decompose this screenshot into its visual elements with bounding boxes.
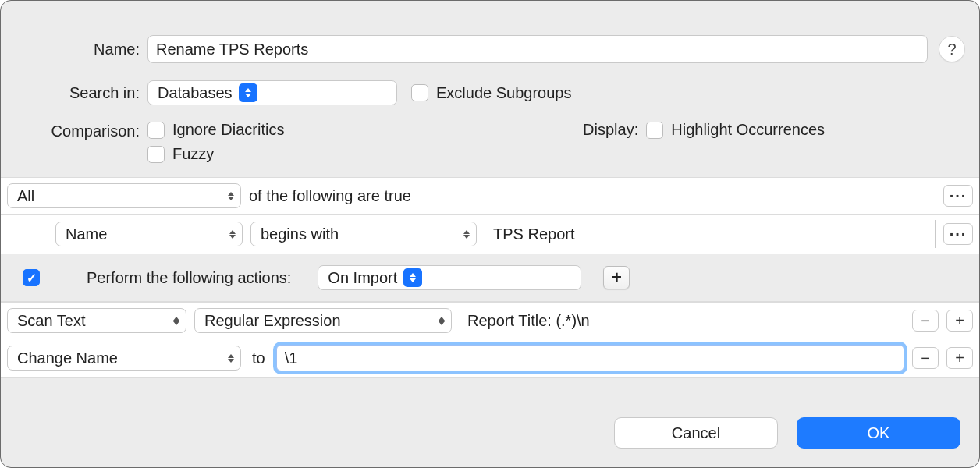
name-input[interactable]: [147, 35, 928, 63]
dialog-footer: Cancel OK: [614, 417, 960, 448]
condition-row: Name begins with ···: [1, 214, 979, 254]
exclude-subgroups-checkbox[interactable]: [411, 84, 428, 101]
chevron-updown-icon: [173, 317, 179, 325]
exclude-subgroups-label: Exclude Subgroups: [436, 84, 571, 102]
condition-operator-value: begins with: [261, 225, 339, 243]
fuzzy-checkbox[interactable]: [147, 146, 165, 163]
fuzzy-label: Fuzzy: [172, 145, 214, 163]
chevron-updown-icon: [228, 192, 234, 200]
display-label: Display:: [583, 121, 646, 139]
remove-action-button[interactable]: −: [912, 310, 939, 332]
name-label: Name:: [15, 41, 147, 58]
ignore-diacritics-checkbox[interactable]: [147, 122, 165, 139]
quantifier-suffix: of the following are true: [249, 187, 411, 205]
quantifier-more-button[interactable]: ···: [943, 185, 973, 207]
scan-mode-select[interactable]: Regular Expression: [194, 308, 452, 333]
chevron-updown-icon: [239, 83, 257, 102]
actions-trigger-value: On Import: [328, 269, 397, 287]
add-trigger-button[interactable]: +: [603, 266, 630, 289]
highlight-occurrences-label: Highlight Occurrences: [671, 121, 825, 139]
highlight-occurrences-checkbox[interactable]: [646, 122, 663, 139]
action-row-scan: Scan Text Regular Expression − +: [1, 302, 979, 339]
condition-field-value: Name: [66, 225, 107, 243]
actions-header-label: Perform the following actions:: [87, 269, 291, 287]
chevron-updown-icon: [229, 230, 236, 239]
chevron-updown-icon: [439, 317, 445, 325]
ignore-diacritics-label: Ignore Diacritics: [172, 121, 284, 139]
smart-rule-dialog: Name: ? Search in: Databases Exclude Sub…: [0, 0, 980, 468]
condition-operator-select[interactable]: begins with: [250, 222, 477, 246]
ok-button[interactable]: OK: [797, 417, 960, 448]
comparison-label: Comparison:: [15, 121, 147, 140]
to-label: to: [252, 349, 265, 367]
search-in-select[interactable]: Databases: [147, 80, 397, 105]
actions-header-row: Perform the following actions: On Import…: [1, 254, 979, 302]
quantifier-select[interactable]: All: [7, 183, 241, 208]
actions-trigger-select[interactable]: On Import: [318, 265, 581, 290]
quantifier-value: All: [17, 187, 34, 205]
add-action-button[interactable]: +: [946, 347, 973, 369]
action-row-change-name: Change Name to − +: [1, 339, 979, 378]
scan-mode-value: Regular Expression: [204, 312, 341, 330]
change-name-value-input[interactable]: [276, 345, 904, 371]
action-type-select[interactable]: Change Name: [7, 346, 241, 370]
chevron-updown-icon: [403, 268, 422, 287]
remove-action-button[interactable]: −: [912, 347, 939, 369]
condition-more-button[interactable]: ···: [943, 223, 973, 245]
cancel-button[interactable]: Cancel: [614, 417, 778, 448]
chevron-updown-icon: [228, 354, 234, 363]
search-in-label: Search in:: [15, 84, 147, 102]
add-action-button[interactable]: +: [946, 310, 973, 332]
condition-field-select[interactable]: Name: [55, 222, 243, 246]
help-button[interactable]: ?: [939, 36, 965, 62]
conditions-section: All of the following are true ··· Name b…: [1, 177, 979, 378]
predicate-quantifier-row: All of the following are true ···: [1, 177, 979, 214]
action-type-value: Change Name: [17, 349, 118, 367]
actions-enabled-checkbox[interactable]: [23, 269, 40, 286]
chevron-updown-icon: [463, 230, 470, 239]
condition-value-input[interactable]: [485, 220, 936, 248]
action-type-select[interactable]: Scan Text: [7, 308, 186, 333]
action-type-value: Scan Text: [17, 312, 85, 330]
search-in-value: Databases: [158, 84, 233, 102]
scan-pattern-input[interactable]: [460, 309, 904, 332]
